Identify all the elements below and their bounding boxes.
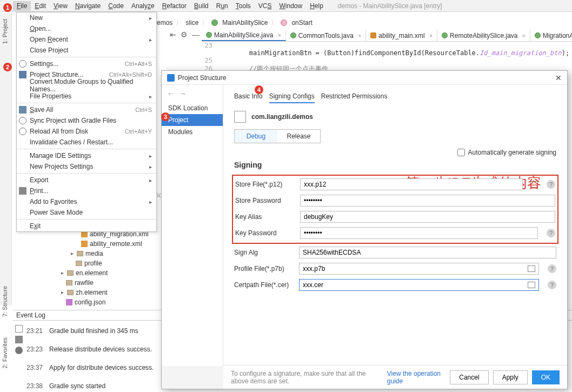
menu-close-project[interactable]: Close Project <box>17 45 156 56</box>
cancel-button[interactable]: Cancel <box>450 370 488 384</box>
menu-sync[interactable]: Sync Project with Gradle Files <box>17 115 156 126</box>
menu-invalidate[interactable]: Invalidate Caches / Restart... <box>17 137 156 148</box>
menu-refactor[interactable]: Refactor <box>158 1 190 11</box>
menu-new-proj-settings[interactable]: New Projects Settings▸ <box>17 161 156 172</box>
menu-code[interactable]: Code <box>104 1 128 11</box>
collapse-icon[interactable]: ⇤ <box>170 30 176 39</box>
breadcrumb-item[interactable]: MainAbilitySlice <box>222 19 268 26</box>
browse-icon[interactable] <box>528 265 535 272</box>
sign-alg-input[interactable] <box>299 247 556 258</box>
hide-icon[interactable]: — <box>192 30 199 39</box>
breadcrumb-item[interactable]: slice <box>185 19 198 26</box>
certpath-input[interactable] <box>299 279 539 291</box>
left-toolstrip: 1: Project <box>0 14 12 305</box>
key-alias-input[interactable] <box>300 211 555 223</box>
operation-guide-link[interactable]: View the operation guide <box>387 370 441 385</box>
tree-item[interactable]: config.json <box>54 297 168 307</box>
menu-tools[interactable]: Tools <box>232 1 255 11</box>
menu-save-all[interactable]: Save AllCtrl+S <box>17 104 156 115</box>
menu-manage-ide[interactable]: Manage IDE Settings▸ <box>17 150 156 161</box>
close-icon[interactable]: × <box>277 32 281 38</box>
tool-favorites[interactable]: 2: Favorites <box>2 337 8 368</box>
gear-icon[interactable]: ⚙ <box>181 30 188 39</box>
sync-icon <box>19 117 26 124</box>
menu-analyze[interactable]: Analyze <box>128 1 158 11</box>
browse-icon[interactable] <box>528 282 535 288</box>
tab-mainabilityslice[interactable]: MainAbilitySlice.java× <box>202 30 286 41</box>
menu-print[interactable]: Print... <box>17 185 156 196</box>
nav-back-forward[interactable]: ← → <box>162 85 223 102</box>
tree-item[interactable]: ▸media <box>54 249 168 258</box>
log-row[interactable]: 23:23Release distribute devices success. <box>13 340 167 358</box>
menu-navigate[interactable]: Navigate <box>71 1 104 11</box>
log-row[interactable]: 23:37Apply for distribute devices succes… <box>13 358 167 377</box>
tab-ability-main-xml[interactable]: ability_main.xml× <box>366 30 437 41</box>
menu-file-properties[interactable]: File Properties▸ <box>17 91 156 102</box>
apply-button[interactable]: Apply <box>493 370 528 384</box>
menu-new[interactable]: New▸ <box>17 12 156 23</box>
tree-item[interactable]: rawfile <box>54 278 168 288</box>
menu-window[interactable]: Window <box>275 1 306 11</box>
build-debug[interactable]: Debug <box>235 130 277 143</box>
nav-modules[interactable]: Modules <box>162 126 223 138</box>
tool-structure[interactable]: 7: Structure <box>2 286 8 317</box>
badge-4: 4 <box>255 85 263 94</box>
menu-convert[interactable]: Convert Module Groups to Qualified Names… <box>17 80 156 91</box>
menu-power-save[interactable]: Power Save Mode <box>17 207 156 218</box>
menu-build[interactable]: Build <box>190 1 212 11</box>
menu-open-recent[interactable]: Open Recent▸ <box>17 34 156 45</box>
tab-commontools[interactable]: CommonTools.java× <box>286 30 366 41</box>
menu-add-fav[interactable]: Add to Favorites▸ <box>17 196 156 207</box>
folder-icon <box>77 251 83 256</box>
structure-icon <box>19 71 26 78</box>
menu-run[interactable]: Run <box>212 1 232 11</box>
store-file-input[interactable] <box>300 178 523 190</box>
close-icon[interactable]: × <box>429 32 433 39</box>
breadcrumb-item[interactable]: emos <box>157 19 172 26</box>
menu-exit[interactable]: Exit <box>17 221 156 231</box>
close-icon[interactable]: ✕ <box>555 74 562 82</box>
tree-item[interactable]: ▸en.element <box>54 268 168 278</box>
menu-help[interactable]: Help <box>306 1 327 11</box>
tool-project[interactable]: 1: Project <box>2 19 8 44</box>
tab-migrationabilityslice[interactable]: MigrationAbilitySlice.java <box>530 30 572 41</box>
menu-vcs[interactable]: VCS <box>255 1 276 11</box>
tree-item[interactable]: profile <box>54 258 168 268</box>
tab-restricted[interactable]: Restricted Permissions <box>321 92 388 103</box>
store-password-input[interactable] <box>300 195 555 207</box>
info-icon[interactable]: ? <box>547 180 555 189</box>
log-row[interactable]: 23:38Gradle sync started <box>13 377 167 392</box>
ok-button[interactable]: OK <box>532 370 560 384</box>
dialog-body: Basic Info Signing Configs Restricted Pe… <box>223 85 567 365</box>
tree-item[interactable]: ability_remote.xml <box>54 239 168 249</box>
folder-icon <box>67 270 74 276</box>
menu-reload[interactable]: Reload All from DiskCtrl+Alt+Y <box>17 126 156 137</box>
profile-file-input[interactable] <box>299 263 539 275</box>
tab-remoteabilityslice[interactable]: RemoteAbilitySlice.java× <box>437 30 530 41</box>
menu-bar: File Edit View Navigate Code Analyze Ref… <box>0 0 572 12</box>
log-row[interactable]: 23:21Gradle build finished in 345 ms <box>13 322 167 340</box>
tree-item[interactable]: ▸zh.element <box>54 288 168 297</box>
left-toolstrip-bottom: 7: Structure <box>0 284 12 319</box>
close-icon[interactable]: × <box>358 32 361 39</box>
tab-basic-info[interactable]: Basic Info <box>234 92 263 103</box>
menu-view[interactable]: View <box>50 1 71 11</box>
menu-export[interactable]: Export▸ <box>17 175 156 185</box>
breadcrumb-item[interactable]: onStart <box>291 19 312 26</box>
menu-file[interactable]: File <box>13 1 31 11</box>
gear-icon <box>19 60 26 68</box>
info-icon[interactable]: ? <box>547 229 555 237</box>
info-icon[interactable]: ? <box>548 281 556 289</box>
build-release[interactable]: Release <box>277 130 320 143</box>
tab-signing-configs[interactable]: Signing Configs <box>269 92 315 103</box>
key-password-input[interactable] <box>300 227 538 239</box>
info-icon[interactable]: ? <box>548 264 556 273</box>
auto-generate-checkbox[interactable] <box>457 149 465 156</box>
nav-project[interactable]: Project <box>162 114 223 126</box>
nav-sdk-location[interactable]: SDK Location <box>162 102 223 114</box>
close-icon[interactable]: × <box>522 32 526 39</box>
key-alias-label: Key Alias <box>235 213 295 221</box>
menu-edit[interactable]: Edit <box>31 1 50 11</box>
menu-settings[interactable]: Settings...Ctrl+Alt+S <box>17 58 156 69</box>
menu-open[interactable]: Open... <box>17 23 156 34</box>
